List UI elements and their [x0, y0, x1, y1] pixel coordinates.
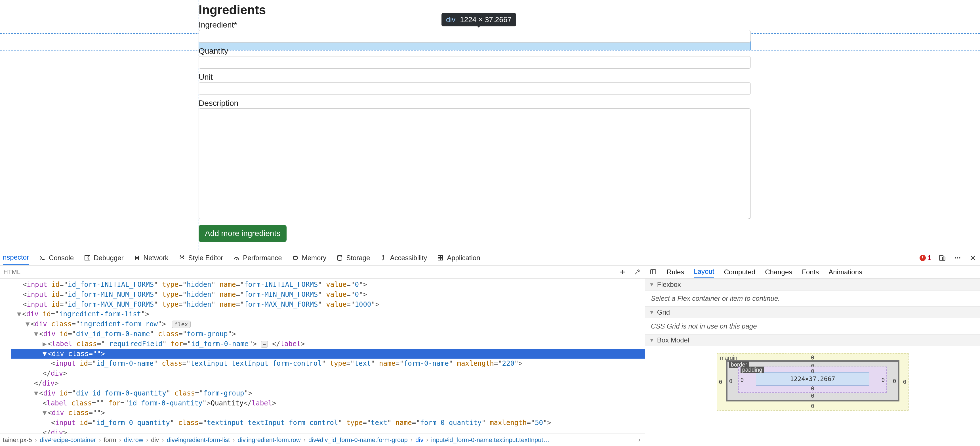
svg-rect-22	[651, 269, 656, 274]
responsive-mode-icon[interactable]	[938, 254, 947, 262]
description-group: Description	[199, 99, 751, 221]
add-more-ingredients-button[interactable]: Add more ingredients	[199, 225, 286, 242]
performance-icon	[233, 254, 240, 261]
subtab-rules[interactable]: Rules	[667, 266, 684, 278]
quantity-input[interactable]	[199, 56, 751, 68]
tab-debugger[interactable]: Debugger	[83, 250, 123, 265]
memory-icon	[292, 254, 299, 261]
ingredients-heading: Ingredients	[199, 3, 751, 17]
ingredient-label: Ingredient*	[199, 21, 751, 30]
grid-message: CSS Grid is not in use on this page	[645, 319, 980, 334]
quantity-label: Quantity	[199, 46, 751, 56]
selected-tree-node[interactable]: ▼<div class="">	[11, 349, 645, 359]
ingredients-form: Ingredients Ingredient* Quantity Unit De…	[199, 3, 751, 242]
flexbox-section-header[interactable]: ▼Flexbox	[645, 279, 980, 290]
add-node-icon[interactable]	[618, 268, 627, 276]
unit-label: Unit	[199, 73, 751, 82]
ingredient-input[interactable]	[199, 30, 751, 43]
tab-style-editor[interactable]: Style Editor	[178, 250, 223, 265]
storage-icon	[336, 254, 343, 261]
error-count-badge[interactable]: ! 1	[920, 254, 931, 262]
devtools-toolbar: nspector Console Debugger Network Style …	[0, 250, 980, 266]
svg-point-7	[337, 255, 342, 257]
subtab-computed[interactable]: Computed	[724, 266, 755, 278]
side-panel-tabs: Rules Layout Computed Changes Fonts Anim…	[645, 266, 980, 279]
html-search-label: HTML	[3, 268, 21, 276]
network-icon	[134, 254, 141, 261]
svg-marker-1	[85, 256, 89, 260]
tab-network[interactable]: Network	[134, 250, 169, 265]
svg-point-15	[955, 257, 956, 258]
unit-group: Unit	[199, 73, 751, 95]
svg-point-17	[959, 257, 960, 258]
grid-section-header[interactable]: ▼Grid	[645, 306, 980, 319]
accessibility-icon	[380, 254, 387, 261]
style-editor-icon	[178, 254, 186, 261]
flexbox-message: Select a Flex container or item to conti…	[645, 290, 980, 306]
svg-point-16	[957, 257, 958, 258]
boxmodel-section-header[interactable]: ▼Box Model	[645, 334, 980, 346]
close-devtools-icon[interactable]	[969, 254, 977, 262]
tab-accessibility[interactable]: Accessibility	[380, 250, 427, 265]
html-search-row: HTML	[0, 266, 645, 279]
svg-rect-12	[441, 258, 442, 260]
debugger-icon	[83, 254, 91, 261]
description-label: Description	[199, 99, 751, 108]
unit-input[interactable]	[199, 82, 751, 95]
kebab-menu-icon[interactable]	[953, 254, 962, 262]
quantity-group: Quantity	[199, 46, 751, 68]
svg-point-8	[383, 255, 384, 256]
error-icon: !	[920, 255, 926, 261]
subtab-layout[interactable]: Layout	[694, 266, 714, 278]
tab-inspector[interactable]: nspector	[3, 250, 29, 265]
breadcrumb[interactable]: tainer.px-5› div#recipe-container› form›…	[0, 433, 645, 446]
tab-performance[interactable]: Performance	[233, 250, 282, 265]
description-textarea[interactable]	[199, 108, 751, 219]
panel-toggle-icon[interactable]	[650, 268, 657, 276]
svg-rect-3	[293, 256, 298, 259]
svg-rect-11	[438, 258, 440, 260]
ingredient-group: Ingredient*	[199, 21, 751, 43]
highlight-guide-right	[751, 0, 751, 250]
subtab-changes[interactable]: Changes	[765, 266, 792, 278]
application-icon	[437, 254, 444, 261]
breadcrumb-scroll-right-icon[interactable]: ›	[637, 436, 642, 444]
subtab-fonts[interactable]: Fonts	[802, 266, 819, 278]
svg-rect-10	[441, 256, 442, 258]
tab-storage[interactable]: Storage	[336, 250, 370, 265]
box-model-diagram: margin 0 0 0 0 border 0 0 0 0	[645, 346, 980, 417]
tab-application[interactable]: Application	[437, 250, 480, 265]
svg-rect-9	[438, 256, 440, 258]
tab-memory[interactable]: Memory	[292, 250, 326, 265]
svg-line-2	[236, 258, 237, 260]
tab-console[interactable]: Console	[38, 250, 74, 265]
html-tree[interactable]: <input id="id_form-INITIAL_FORMS" type="…	[0, 279, 645, 433]
eyedropper-icon[interactable]	[633, 268, 641, 276]
subtab-animations[interactable]: Animations	[829, 266, 862, 278]
console-icon	[38, 254, 46, 261]
devtools-panel: nspector Console Debugger Network Style …	[0, 250, 980, 446]
